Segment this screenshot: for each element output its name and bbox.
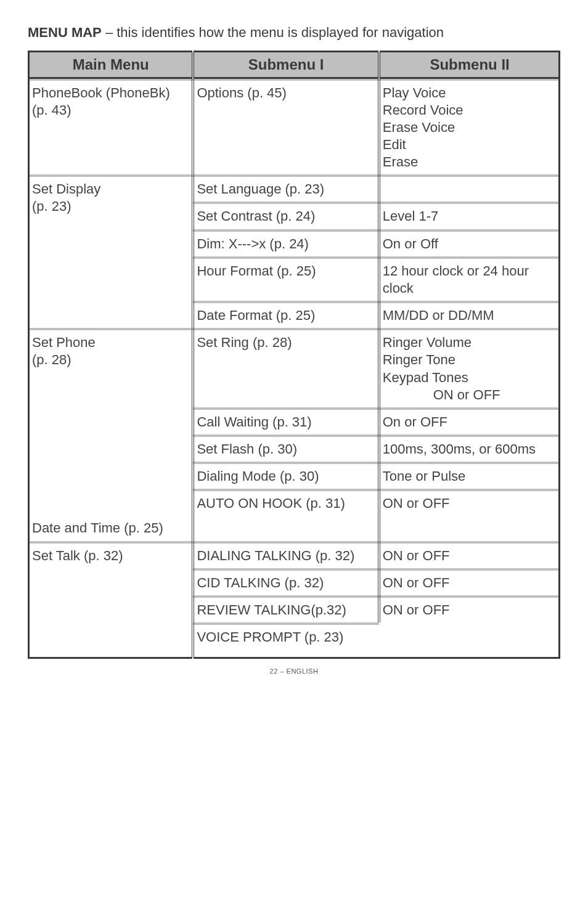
set-flash: Set Flash (p. 30) (193, 437, 378, 462)
set-talk-main: Set Talk (p. 32) (29, 544, 194, 658)
set-contrast: Set Contrast (p. 24) (193, 204, 378, 229)
cid-talking-sub2: ON or OFF (379, 571, 560, 595)
phonebook-options: Options (p. 45) (193, 81, 378, 175)
review-talking: REVIEW TALKING(p.32) (193, 598, 378, 622)
hour-format: Hour Format (p. 25) (193, 259, 378, 301)
set-flash-sub2: 100ms, 300ms, or 600ms (379, 437, 560, 462)
page-title: MENU MAP – this identifies how the menu … (28, 25, 560, 41)
dim-onoff: On or Off (379, 232, 560, 256)
call-waiting: Call Waiting (p. 31) (193, 410, 378, 434)
set-ring-sub2a: Ringer VolumeRinger ToneKeypad Tones (383, 335, 472, 385)
dialing-mode-sub2: Tone or Pulse (379, 464, 560, 489)
review-talking-sub2: ON or OFF (379, 598, 560, 658)
hour-format-sub2: 12 hour clock or 24 hour clock (379, 259, 560, 301)
date-format-sub2: MM/DD or DD/MM (379, 303, 560, 328)
header-submenu-2: Submenu II (379, 52, 560, 78)
voice-prompt: VOICE PROMPT (p. 23) (193, 625, 378, 650)
page-footer: 22 – ENGLISH (28, 667, 560, 675)
set-ring-sub2: Ringer VolumeRinger ToneKeypad Tones ON … (379, 330, 560, 407)
menu-map-table: Main Menu Submenu I Submenu II PhoneBook… (28, 51, 560, 659)
cid-talking: CID TALKING (p. 32) (193, 571, 378, 595)
set-phone-main: Set Phone(p. 28) (29, 330, 194, 516)
auto-on-hook: AUTO ON HOOK (p. 31) (193, 491, 378, 516)
header-main-menu: Main Menu (29, 52, 194, 78)
set-display-main: Set Display(p. 23) (29, 177, 194, 328)
set-ring-sub2b: ON or OFF (383, 386, 555, 404)
dialing-talking: DIALING TALKING (p. 32) (193, 544, 378, 568)
level-1-7: Level 1-7 (379, 204, 560, 229)
set-language: Set Language (p. 23) (193, 177, 378, 202)
auto-on-hook-sub2: ON or OFF (379, 491, 560, 516)
set-language-sub2 (379, 177, 560, 202)
phonebook-main: PhoneBook (PhoneBk) (p. 43) (29, 81, 194, 175)
dialing-talking-sub2: ON or OFF (379, 544, 560, 568)
phonebook-sub2: Play VoiceRecord VoiceErase VoiceEditEra… (379, 81, 560, 175)
title-bold: MENU MAP (28, 25, 102, 40)
dim: Dim: X--->x (p. 24) (193, 232, 378, 256)
dialing-mode: Dialing Mode (p. 30) (193, 464, 378, 489)
call-waiting-sub2: On or OFF (379, 410, 560, 434)
title-rest: – this identifies how the menu is displa… (102, 25, 444, 40)
date-and-time: Date and Time (p. 25) (29, 516, 194, 540)
date-format: Date Format (p. 25) (193, 303, 378, 328)
set-ring: Set Ring (p. 28) (193, 330, 378, 407)
header-submenu-1: Submenu I (193, 52, 378, 78)
